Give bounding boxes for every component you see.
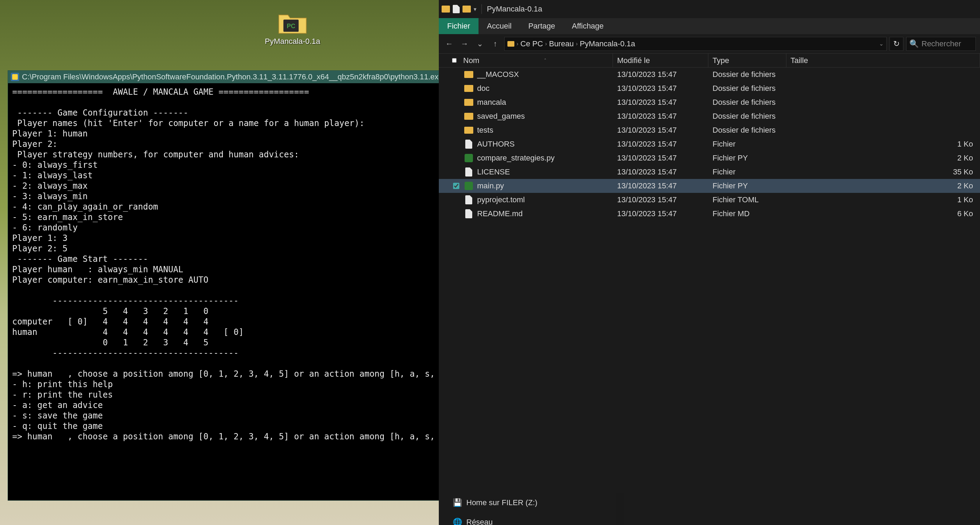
file-row[interactable]: __MACOSX13/10/2023 15:47Dossier de fichi… xyxy=(439,68,980,81)
drive-icon: 💾 xyxy=(453,498,462,507)
tab-partage[interactable]: Partage xyxy=(520,18,563,34)
chevron-right-icon: › xyxy=(545,41,547,47)
file-modified: 13/10/2023 15:47 xyxy=(613,195,708,204)
file-type: Fichier PY xyxy=(708,181,786,191)
svg-text:PC: PC xyxy=(286,22,295,30)
folder-icon xyxy=(464,84,474,93)
search-placeholder: Rechercher xyxy=(921,39,961,48)
folder-icon xyxy=(442,6,450,13)
file-row[interactable]: LICENSE13/10/2023 15:47Fichier35 Ko xyxy=(439,165,980,179)
file-modified: 13/10/2023 15:47 xyxy=(613,140,708,149)
file-row[interactable]: pyproject.toml13/10/2023 15:47Fichier TO… xyxy=(439,193,980,207)
explorer-titlebar[interactable]: ▾ PyMancala-0.1a xyxy=(439,0,980,18)
file-modified: 13/10/2023 15:47 xyxy=(613,98,708,107)
file-explorer-window: ▾ PyMancala-0.1a Fichier Accueil Partage… xyxy=(439,0,980,525)
file-name: tests xyxy=(477,126,493,135)
chevron-down-icon[interactable]: ▾ xyxy=(474,6,476,13)
row-checkbox[interactable] xyxy=(453,183,459,189)
file-type: Fichier MD xyxy=(708,209,786,218)
file-icon xyxy=(464,209,474,219)
tab-affichage[interactable]: Affichage xyxy=(563,18,612,34)
column-name[interactable]: Nom ˄ xyxy=(439,54,613,67)
file-row[interactable]: main.py13/10/2023 15:47Fichier PY2 Ko xyxy=(439,179,980,193)
file-name: AUTHORS xyxy=(477,140,515,149)
scroll-down-arrow[interactable]: ▼ xyxy=(616,523,624,525)
file-type: Fichier xyxy=(708,140,786,149)
tree-scrollbar[interactable]: ▼ xyxy=(616,493,624,525)
folder-icon xyxy=(464,70,474,80)
breadcrumb-path[interactable]: › Ce PC › Bureau › PyMancala-0.1a ⌄ xyxy=(504,37,887,51)
search-icon: 🔍 xyxy=(909,39,919,48)
file-type: Fichier TOML xyxy=(708,195,786,204)
python-icon xyxy=(11,73,19,81)
file-modified: 13/10/2023 15:47 xyxy=(613,154,708,162)
select-all-checkbox[interactable] xyxy=(452,58,457,63)
file-icon xyxy=(464,195,474,205)
search-box[interactable]: 🔍 Rechercher xyxy=(906,37,976,51)
file-name: compare_strategies.py xyxy=(477,154,555,162)
file-name: pyproject.toml xyxy=(477,195,525,204)
file-modified: 13/10/2023 15:47 xyxy=(613,126,708,135)
file-icon xyxy=(453,5,460,13)
nav-tree: 💾 Home sur FILER (Z:) 🌐 Réseau ▼ xyxy=(439,493,624,525)
file-row[interactable]: doc13/10/2023 15:47Dossier de fichiers xyxy=(439,81,980,95)
tree-item-label: Réseau xyxy=(466,518,493,525)
chevron-down-icon[interactable]: ⌄ xyxy=(879,40,883,47)
file-modified: 13/10/2023 15:47 xyxy=(613,181,708,191)
file-size: 1 Ko xyxy=(786,140,980,149)
refresh-icon: ↻ xyxy=(893,39,900,48)
file-modified: 13/10/2023 15:47 xyxy=(613,167,708,177)
file-name: main.py xyxy=(477,181,504,191)
file-name: saved_games xyxy=(477,112,525,121)
file-row[interactable]: tests13/10/2023 15:47Dossier de fichiers xyxy=(439,123,980,137)
column-type[interactable]: Type xyxy=(708,54,786,67)
file-row[interactable]: mancala13/10/2023 15:47Dossier de fichie… xyxy=(439,95,980,109)
up-button[interactable]: ↑ xyxy=(489,38,501,50)
chevron-right-icon: › xyxy=(517,41,518,47)
folder-icon xyxy=(463,6,471,13)
file-row[interactable]: compare_strategies.py13/10/2023 15:47Fic… xyxy=(439,151,980,165)
tree-item-drive[interactable]: 💾 Home sur FILER (Z:) xyxy=(439,493,624,512)
file-modified: 13/10/2023 15:47 xyxy=(613,112,708,121)
file-type: Dossier de fichiers xyxy=(708,112,786,121)
file-modified: 13/10/2023 15:47 xyxy=(613,70,708,79)
tab-fichier[interactable]: Fichier xyxy=(439,18,479,34)
file-icon xyxy=(464,167,474,177)
folder-icon xyxy=(508,41,514,47)
file-row[interactable]: AUTHORS13/10/2023 15:47Fichier1 Ko xyxy=(439,137,980,151)
file-row[interactable]: saved_games13/10/2023 15:47Dossier de fi… xyxy=(439,109,980,123)
file-name: doc xyxy=(477,84,489,93)
file-name: mancala xyxy=(477,98,506,107)
breadcrumb-ce-pc[interactable]: Ce PC xyxy=(520,39,543,48)
sort-indicator-icon: ˄ xyxy=(482,58,608,64)
py-icon xyxy=(464,181,474,191)
breadcrumb-current[interactable]: PyMancala-0.1a xyxy=(580,39,635,48)
file-size: 2 Ko xyxy=(786,181,980,191)
column-size[interactable]: Taille xyxy=(786,54,980,67)
column-modified[interactable]: Modifié le xyxy=(613,54,708,67)
tab-accueil[interactable]: Accueil xyxy=(479,18,520,34)
file-size: 1 Ko xyxy=(786,195,980,204)
file-type: Dossier de fichiers xyxy=(708,126,786,135)
tree-item-label: Home sur FILER (Z:) xyxy=(466,498,537,507)
recent-dropdown[interactable]: ⌄ xyxy=(474,38,486,50)
tree-item-network[interactable]: 🌐 Réseau xyxy=(439,512,624,525)
refresh-button[interactable]: ↻ xyxy=(889,37,904,51)
back-button[interactable]: ← xyxy=(443,38,455,50)
file-icon xyxy=(464,139,474,149)
desktop-folder-shortcut[interactable]: PC PyMancala-0.1a xyxy=(265,10,320,46)
folder-icon: PC xyxy=(277,10,308,35)
window-title: PyMancala-0.1a xyxy=(487,5,542,14)
file-type: Fichier PY xyxy=(708,154,786,162)
ribbon-tabs: Fichier Accueil Partage Affichage xyxy=(439,18,980,34)
file-listing: Nom ˄ Modifié le Type Taille __MACOSX13/… xyxy=(439,54,980,525)
file-name: README.md xyxy=(477,209,523,218)
py-icon xyxy=(464,153,474,163)
desktop-icon-label: PyMancala-0.1a xyxy=(265,37,320,46)
file-type: Dossier de fichiers xyxy=(708,98,786,107)
file-size: 2 Ko xyxy=(786,154,980,162)
file-row[interactable]: README.md13/10/2023 15:47Fichier MD6 Ko xyxy=(439,207,980,221)
file-name: __MACOSX xyxy=(477,70,519,79)
forward-button[interactable]: → xyxy=(458,38,471,50)
breadcrumb-bureau[interactable]: Bureau xyxy=(549,39,574,48)
